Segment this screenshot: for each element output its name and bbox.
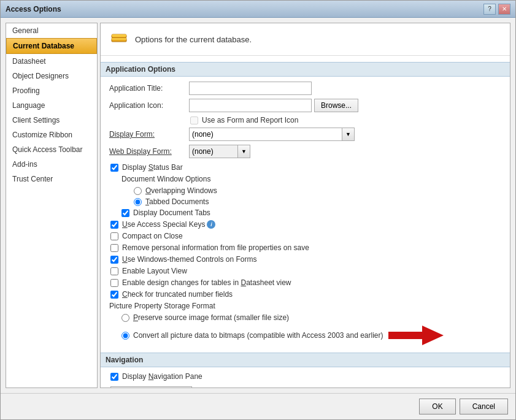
- web-display-form-input[interactable]: [189, 145, 238, 158]
- convert-bitmaps-radio[interactable]: [121, 332, 129, 340]
- nav-options-row: Navigation Options...: [109, 384, 501, 388]
- convert-bitmaps-label: Convert all picture data to bitmaps (com…: [133, 331, 383, 340]
- display-status-bar-label: Display Status Bar: [122, 163, 183, 172]
- check-truncated-label: Check for truncated number fields: [122, 290, 233, 299]
- display-status-bar-row: Display Status Bar: [109, 163, 501, 172]
- doc-window-options-label: Document Window Options: [109, 175, 501, 183]
- main-panel: Options for the current database. Applic…: [100, 23, 510, 388]
- enable-layout-view-row: Enable Layout View: [109, 267, 501, 275]
- remove-personal-info-label: Remove personal information from file pr…: [122, 243, 309, 252]
- use-windows-themed-label: Use Windows-themed Controls on Forms: [122, 255, 256, 264]
- overlapping-windows-row: Overlapping Windows: [109, 186, 501, 195]
- display-document-tabs-checkbox[interactable]: [121, 209, 129, 217]
- sidebar-item-datasheet[interactable]: Datasheet: [6, 54, 97, 69]
- navigation-options-button[interactable]: Navigation Options...: [110, 386, 192, 388]
- tabbed-documents-row: Tabbed Documents: [109, 197, 501, 206]
- use-form-icon-label: Use as Form and Report Icon: [202, 116, 298, 124]
- enable-layout-view-label: Enable Layout View: [122, 267, 187, 275]
- access-options-window: Access Options ? ✕ General Current Datab…: [0, 0, 516, 420]
- app-icon-label: Application Icon:: [109, 101, 189, 110]
- sidebar-item-add-ins[interactable]: Add-ins: [6, 157, 97, 172]
- check-truncated-row: Check for truncated number fields: [109, 290, 501, 299]
- use-access-special-keys-label: Use Access Special Keys: [122, 220, 205, 229]
- enable-design-changes-row: Enable design changes for tables in Data…: [109, 278, 501, 287]
- sidebar-item-current-database[interactable]: Current Database: [6, 38, 97, 54]
- tabbed-documents-label: Tabbed Documents: [145, 197, 209, 206]
- convert-bitmaps-row: Convert all picture data to bitmaps (com…: [109, 324, 501, 346]
- section-navigation: Navigation: [101, 353, 510, 367]
- browse-button[interactable]: Browse...: [314, 99, 358, 112]
- sidebar-item-general[interactable]: General: [6, 23, 97, 38]
- overlapping-windows-label: Overlapping Windows: [145, 186, 217, 195]
- red-arrow-icon: [388, 324, 444, 346]
- enable-design-changes-label: Enable design changes for tables in Data…: [122, 278, 291, 287]
- use-windows-themed-row: Use Windows-themed Controls on Forms: [109, 255, 501, 264]
- cancel-button[interactable]: Cancel: [460, 399, 508, 414]
- use-form-icon-row: Use as Form and Report Icon: [109, 116, 501, 124]
- sidebar-item-customize-ribbon[interactable]: Customize Ribbon: [6, 128, 97, 142]
- web-display-form-dropdown-btn[interactable]: ▼: [238, 145, 250, 158]
- sidebar-item-language[interactable]: Language: [6, 98, 97, 113]
- compact-on-close-checkbox[interactable]: [110, 232, 118, 240]
- footer: OK Cancel: [1, 393, 515, 419]
- window-title: Access Options: [6, 5, 61, 13]
- app-title-label: Application Title:: [109, 84, 189, 93]
- app-title-row: Application Title:: [109, 82, 501, 95]
- content-area: General Current Database Datasheet Objec…: [1, 18, 515, 393]
- overlapping-windows-radio[interactable]: [134, 187, 142, 195]
- preserve-source-label: Preserve source image format (smaller fi…: [133, 313, 289, 322]
- main-header: Options for the current database.: [101, 23, 510, 56]
- display-form-combo: ▼: [189, 128, 355, 141]
- app-icon-input[interactable]: [189, 99, 312, 112]
- sidebar: General Current Database Datasheet Objec…: [6, 23, 98, 388]
- title-bar: Access Options ? ✕: [1, 1, 515, 18]
- title-controls: ? ✕: [483, 4, 510, 15]
- use-access-special-keys-checkbox[interactable]: [110, 221, 118, 229]
- web-display-form-row: Web Display Form: ▼: [109, 145, 501, 158]
- sidebar-item-object-designers[interactable]: Object Designers: [6, 69, 97, 83]
- display-document-tabs-row: Display Document Tabs: [109, 208, 501, 217]
- display-nav-pane-row: Display Navigation Pane: [109, 372, 501, 381]
- svg-rect-1: [112, 34, 126, 37]
- check-truncated-checkbox[interactable]: [110, 291, 118, 299]
- enable-layout-view-checkbox[interactable]: [110, 267, 118, 275]
- remove-personal-info-row: Remove personal information from file pr…: [109, 243, 501, 252]
- main-header-text: Options for the current database.: [135, 35, 252, 44]
- use-windows-themed-checkbox[interactable]: [110, 256, 118, 264]
- app-title-input[interactable]: [189, 82, 312, 95]
- database-icon: [109, 29, 129, 49]
- compact-on-close-row: Compact on Close: [109, 232, 501, 240]
- preserve-source-radio[interactable]: [121, 314, 129, 322]
- display-nav-pane-checkbox[interactable]: [110, 373, 118, 381]
- compact-on-close-label: Compact on Close: [122, 232, 183, 240]
- svg-rect-3: [112, 38, 126, 40]
- scrollable-content[interactable]: Application Options Application Title: A…: [101, 56, 510, 388]
- info-icon: i: [207, 220, 215, 229]
- preserve-source-row: Preserve source image format (smaller fi…: [109, 313, 501, 322]
- picture-storage-label: Picture Property Storage Format: [109, 302, 501, 310]
- sidebar-item-client-settings[interactable]: Client Settings: [6, 113, 97, 128]
- section-application-options: Application Options: [101, 62, 510, 77]
- web-display-form-combo: ▼: [189, 145, 250, 158]
- use-form-icon-checkbox[interactable]: [190, 116, 198, 124]
- sidebar-item-quick-access-toolbar[interactable]: Quick Access Toolbar: [6, 142, 97, 157]
- ok-button[interactable]: OK: [419, 399, 455, 414]
- web-display-form-label: Web Display Form:: [109, 147, 189, 156]
- tabbed-documents-radio[interactable]: [134, 198, 142, 206]
- display-form-row: Display Form: ▼: [109, 128, 501, 141]
- display-status-bar-checkbox[interactable]: [110, 164, 118, 172]
- sidebar-item-trust-center[interactable]: Trust Center: [6, 172, 97, 186]
- display-form-label: Display Form:: [109, 130, 189, 139]
- sidebar-item-proofing[interactable]: Proofing: [6, 83, 97, 98]
- use-access-special-keys-row: Use Access Special Keys i: [109, 220, 501, 229]
- enable-design-changes-checkbox[interactable]: [110, 279, 118, 287]
- app-icon-row: Application Icon: Browse...: [109, 99, 501, 112]
- display-form-dropdown-btn[interactable]: ▼: [342, 128, 355, 141]
- svg-marker-4: [388, 326, 444, 345]
- help-button[interactable]: ?: [483, 4, 496, 15]
- display-document-tabs-label: Display Document Tabs: [133, 208, 210, 217]
- display-nav-pane-label: Display Navigation Pane: [122, 372, 202, 381]
- close-button[interactable]: ✕: [498, 4, 510, 15]
- remove-personal-info-checkbox[interactable]: [110, 244, 118, 252]
- display-form-input[interactable]: [189, 128, 342, 141]
